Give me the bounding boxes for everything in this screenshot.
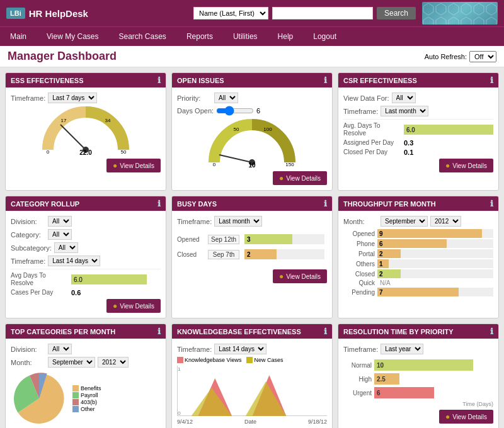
resolution-bars: Normal 10 High 2.5 Urgent 6 [343, 359, 493, 398]
division-select[interactable]: All [48, 216, 72, 227]
top-categories-title: TOP CATEGORIES PER MONTH [11, 328, 115, 335]
name-select[interactable]: Name (Last, First) [193, 7, 268, 20]
svg-text:0: 0 [47, 149, 50, 155]
nav-reports[interactable]: Reports [176, 27, 223, 46]
svg-marker-19 [246, 381, 287, 416]
resolution-time-info-icon[interactable]: ℹ [490, 327, 493, 336]
open-issues-view-details-btn[interactable]: View Details [273, 171, 327, 185]
top-categories-widget: TOP CATEGORIES PER MONTH ℹ Division: All… [5, 324, 166, 428]
legend-benefits: Benefits [72, 385, 101, 391]
bd-timeframe-select[interactable]: Last month [214, 216, 262, 227]
csr-view-data-select[interactable]: All [392, 93, 416, 103]
nav-main[interactable]: Main [0, 27, 37, 46]
tp-month-label: Month: [343, 218, 378, 225]
csr-avg-days-label: Avg. Days To Resolve [343, 122, 400, 137]
bd-closed-bar-wrap: 2 [244, 249, 324, 259]
rt-urgent-bar: 6 [374, 387, 434, 398]
throughput-info-icon[interactable]: ℹ [490, 199, 493, 208]
tp-pending-bar: 7 [377, 288, 459, 296]
ess-timeframe-label: Timeframe: [11, 94, 45, 102]
kb-title: KNOWLEDGEBASE EFFECTIVENESS [177, 328, 301, 335]
kb-info-icon[interactable]: ℹ [324, 327, 327, 336]
nav-my-cases[interactable]: View My Cases [37, 27, 108, 46]
tc-month-select[interactable]: September [48, 357, 95, 368]
rt-view-details-btn[interactable]: View Details [439, 410, 493, 424]
csr-widget: CSR EFFECTIVENESS ℹ View Data For: All T… [338, 72, 499, 191]
category-rollup-info-icon[interactable]: ℹ [158, 199, 161, 208]
throughput-title: THROUGHPUT PER MONTH [343, 200, 436, 208]
nav-utilities[interactable]: Utilities [223, 27, 268, 46]
ess-header: ESS EFFECTIVENESS ℹ [6, 73, 166, 87]
ess-gauge: 22.0 0 17 34 50 [11, 106, 161, 156]
nav-logout[interactable]: Logout [303, 27, 346, 46]
tc-month-label: Month: [11, 359, 45, 366]
legend-403b-color [72, 399, 79, 405]
ess-body: Timeframe: Last 7 days 22.0 0 17 [6, 87, 166, 177]
tp-closed-label: Closed [343, 271, 375, 278]
rt-high-label: High [343, 376, 372, 383]
tc-division-select[interactable]: All [48, 344, 72, 354]
resolution-time-header: RESOLUTION TIME BY PRIORITY ℹ [338, 324, 498, 339]
category-label: Category: [11, 231, 45, 239]
resolution-time-body: Timeframe: Last year Normal 10 High [338, 339, 498, 428]
legend-other-color [72, 406, 79, 412]
nav-search-cases[interactable]: Search Cases [109, 27, 176, 46]
ess-view-details-btn[interactable]: View Details [106, 159, 161, 172]
tp-year-select[interactable]: 2012 [430, 216, 461, 227]
tp-opened-bar: 9 [377, 229, 482, 238]
top-categories-info-icon[interactable]: ℹ [158, 327, 161, 336]
ess-info-icon[interactable]: ℹ [158, 76, 161, 85]
kb-new-color [246, 357, 253, 363]
cr-cases-label: Cases Per Day [11, 289, 67, 296]
kb-header: KNOWLEDGEBASE EFFECTIVENESS ℹ [172, 324, 332, 339]
tp-others-label: Others [343, 261, 375, 268]
open-issues-body: Priority: All Days Open: 6 10 [172, 87, 332, 190]
open-issues-info-icon[interactable]: ℹ [324, 76, 327, 85]
tp-portal-bar-wrap: 2 [377, 249, 493, 258]
tp-quick-label: Quick [343, 279, 375, 286]
tp-others-row: Others 1 [343, 259, 493, 268]
rt-axis-label: Time (Days) [343, 401, 493, 407]
search-input[interactable] [272, 7, 373, 20]
ess-timeframe-select[interactable]: Last 7 days [48, 93, 97, 103]
tp-opened-label: Opened [343, 230, 375, 237]
rt-urgent-label: Urgent [343, 390, 372, 397]
tp-closed-row: Closed 2 [343, 269, 493, 278]
logo-lbi: LBi [6, 8, 25, 19]
tp-month-select[interactable]: September [381, 216, 428, 227]
csr-view-details-btn[interactable]: View Details [439, 159, 493, 172]
csr-timeframe-select[interactable]: Last month [381, 106, 428, 116]
cr-view-details-btn[interactable]: View Details [106, 299, 161, 313]
busy-days-body: Timeframe: Last month Opened Sep 12th 3 … [172, 211, 332, 288]
legend-403b-label: 403(b) [81, 399, 97, 405]
bd-closed-label: Closed [177, 251, 205, 258]
bd-opened-label: Opened [177, 236, 205, 243]
cr-timeframe-select[interactable]: Last 14 days [48, 256, 100, 266]
rt-timeframe-select[interactable]: Last year [381, 344, 423, 354]
csr-info-icon[interactable]: ℹ [490, 76, 493, 85]
priority-select[interactable]: All [214, 93, 238, 103]
category-select[interactable]: All [48, 229, 72, 240]
rt-normal-bar: 10 [374, 359, 473, 371]
csr-title: CSR EFFECTIVENESS [343, 77, 417, 84]
bd-opened-bar-wrap: 3 [244, 234, 324, 244]
search-area: Name (Last, First) Search [193, 7, 416, 20]
main-nav: Main View My Cases Search Cases Reports … [0, 26, 504, 46]
search-button[interactable]: Search [377, 7, 416, 20]
auto-refresh-select[interactable]: Off [469, 51, 496, 62]
category-rollup-body: Division: All Category: All Subcategory:… [6, 211, 166, 318]
busy-days-info-icon[interactable]: ℹ [324, 199, 327, 208]
days-open-slider[interactable] [216, 106, 254, 116]
nav-help[interactable]: Help [268, 27, 304, 46]
resolution-time-title: RESOLUTION TIME BY PRIORITY [343, 328, 454, 335]
legend-other-label: Other [81, 406, 95, 412]
throughput-body: Month: September 2012 Opened 9 [338, 211, 498, 303]
top-categories-header: TOP CATEGORIES PER MONTH ℹ [6, 324, 166, 339]
tc-year-select[interactable]: 2012 [98, 357, 129, 368]
resolution-time-widget: RESOLUTION TIME BY PRIORITY ℹ Timeframe:… [338, 324, 499, 428]
category-rollup-title: CATEGORY ROLLUP [11, 200, 79, 208]
subcategory-select[interactable]: All [54, 242, 78, 253]
bd-view-details-btn[interactable]: View Details [273, 269, 327, 283]
csr-assigned-value: 0.3 [404, 139, 413, 147]
kb-timeframe-select[interactable]: Last 14 days [214, 344, 266, 354]
